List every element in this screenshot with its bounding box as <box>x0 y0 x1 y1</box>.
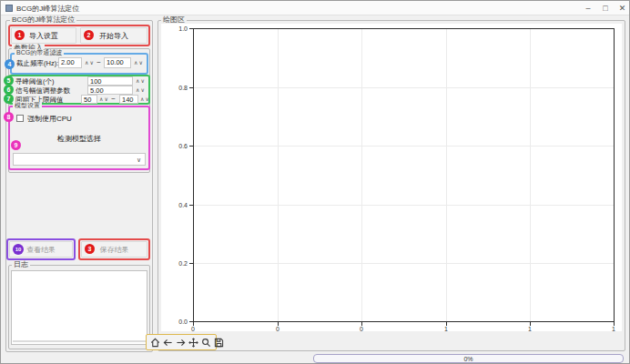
app-window: BCG的J峰算法定位 – □ ✕ BCG的J峰算法定位 导入设置 1 开始导入 … <box>0 0 630 364</box>
progress-text: 0% <box>463 356 472 362</box>
pan-icon[interactable] <box>188 338 198 348</box>
log-group-label: 日志 <box>12 261 30 268</box>
interval-low-spin-arrows[interactable]: ∧∨ <box>99 96 109 102</box>
badge-7: 7 <box>4 94 14 104</box>
combo-arrow-icon: ∨ <box>137 157 141 163</box>
plot-panel-group-label: 绘图区 <box>161 16 187 24</box>
gridline-v <box>361 29 362 321</box>
badge-4: 4 <box>5 59 15 69</box>
badge-3: 3 <box>85 244 95 254</box>
log-scrollbar[interactable] <box>13 340 146 342</box>
badge-2: 2 <box>84 30 94 40</box>
window-title: BCG的J峰算法定位 <box>16 4 79 14</box>
plot-toolbar <box>146 334 217 350</box>
cutoff-label: 截止频率(Hz): <box>16 60 58 67</box>
badge-9: 9 <box>11 140 21 150</box>
close-button[interactable]: ✕ <box>615 1 630 15</box>
x-tick-label: 1 <box>605 326 623 332</box>
zoom-icon[interactable] <box>201 338 211 348</box>
amplitude-param-spinbox[interactable]: 5.00 <box>87 86 133 95</box>
y-tickmark <box>189 87 193 88</box>
plot-axes[interactable] <box>193 28 615 322</box>
y-tick-label: 0.0 <box>171 318 188 325</box>
badge-8: 8 <box>4 112 14 122</box>
y-tick-label: 0.2 <box>171 260 188 267</box>
home-icon[interactable] <box>150 338 160 348</box>
peak-threshold-spinbox[interactable]: 100 <box>87 76 133 86</box>
import-settings-label: 导入设置 <box>29 31 58 41</box>
interval-high-spin-arrows[interactable]: ∧∨ <box>140 96 150 102</box>
gridline-v <box>278 29 279 321</box>
left-panel-group-label: BCG的J峰算法定位 <box>10 16 76 24</box>
badge-1: 1 <box>15 30 25 40</box>
gridline-v <box>530 29 531 321</box>
model-select-label: 检测模型选择 <box>8 136 150 143</box>
bandpass-group-label: BCG的带通滤波 <box>15 49 64 56</box>
peak-threshold-spin-arrows[interactable]: ∧∨ <box>136 78 146 84</box>
y-tickmark <box>189 28 193 29</box>
gridline-h <box>194 263 614 264</box>
forward-icon[interactable] <box>176 338 186 348</box>
y-tick-label: 0.6 <box>171 143 188 149</box>
cutoff-low-spin-arrows[interactable]: ∧∨ <box>85 60 95 66</box>
y-tickmark <box>189 263 193 264</box>
gridline-h <box>194 146 614 147</box>
x-tick-label: 0 <box>184 326 202 332</box>
gridline-h <box>194 87 614 88</box>
maximize-button[interactable]: □ <box>597 1 614 15</box>
y-tickmark <box>189 146 193 147</box>
y-tick-label: 0.8 <box>171 85 188 91</box>
badge-10: 10 <box>13 244 24 255</box>
progress-bar: 0% <box>313 354 624 363</box>
back-icon[interactable] <box>163 338 173 348</box>
cutoff-low-spinbox[interactable]: 2.00 <box>58 57 82 68</box>
interval-low-spinbox[interactable]: 50 <box>81 95 97 104</box>
x-tick-label: 0 <box>352 326 371 332</box>
title-bar: BCG的J峰算法定位 – □ ✕ <box>1 1 630 15</box>
start-import-label: 开始导入 <box>99 31 128 41</box>
y-tickmark <box>189 205 193 206</box>
minimize-button[interactable]: – <box>580 1 596 15</box>
cutoff-high-spinbox[interactable]: 10.00 <box>104 57 131 68</box>
gridline-v <box>446 29 447 321</box>
interval-tilde: ~ <box>111 96 116 103</box>
app-icon <box>5 5 13 12</box>
force-cpu-checkbox[interactable] <box>16 115 24 122</box>
model-group-label: 模型设置 <box>13 102 42 109</box>
cutoff-high-spin-arrows[interactable]: ∧∨ <box>134 60 144 66</box>
force-cpu-label: 强制使用CPU <box>27 116 72 123</box>
model-select-combobox[interactable]: ∨ <box>13 153 146 166</box>
log-textarea[interactable] <box>11 270 147 345</box>
y-tick-label: 1.0 <box>171 25 188 32</box>
amplitude-param-spin-arrows[interactable]: ∧∨ <box>136 87 146 93</box>
peak-threshold-label: 寻峰阈值(个) <box>15 78 55 86</box>
x-tick-label: 1 <box>437 326 455 332</box>
view-results-label: 查看结果 <box>26 245 56 255</box>
x-tick-label: 0 <box>269 326 287 332</box>
gridline-h <box>194 205 614 206</box>
cutoff-tilde: ~ <box>97 59 101 66</box>
amplitude-param-label: 信号幅值调整参数 <box>15 87 70 95</box>
save-icon[interactable] <box>214 338 224 348</box>
interval-high-spinbox[interactable]: 140 <box>119 95 138 104</box>
y-tick-label: 0.4 <box>171 202 188 208</box>
save-results-label: 保存结果 <box>100 245 129 255</box>
x-tick-label: 1 <box>521 326 539 332</box>
